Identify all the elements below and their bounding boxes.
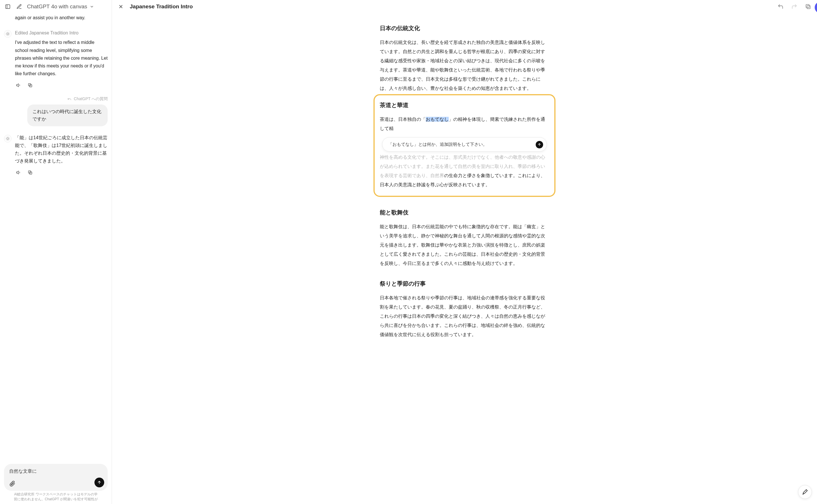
chat-message-list[interactable]: again or assist you in another way. Edit… <box>0 14 112 464</box>
inline-send-button[interactable] <box>536 141 543 148</box>
close-icon <box>118 4 124 9</box>
copy-button[interactable] <box>26 82 34 89</box>
svg-point-2 <box>7 33 9 35</box>
arrow-up-icon <box>537 143 541 147</box>
copy-button[interactable] <box>26 169 34 176</box>
inline-prompt-text[interactable]: 「おもてなし」とは何か、追加説明をして下さい。 <box>388 142 487 147</box>
message-composer[interactable]: 自然な文章に <box>4 464 108 491</box>
canvas-panel: Japanese Tradition Intro 日本の伝統文化 日本の伝統文化… <box>112 0 817 504</box>
model-name-label: ChatGPT 4o with canvas <box>27 3 87 10</box>
p2-pre: 茶道は、日本独自の「 <box>380 117 426 122</box>
copy-stacked-icon <box>805 3 811 10</box>
message-text: 「能」は14世紀ごろに成立した日本の伝統芸能で、「歌舞伎」は17世紀初頭に誕生し… <box>15 134 108 165</box>
document-scroll[interactable]: 日本の伝統文化 日本の伝統文化は、長い歴史を経て形成された独自の美意識と価値体系… <box>112 14 817 504</box>
paperclip-icon <box>9 480 16 487</box>
doc-heading-1: 日本の伝統文化 <box>380 22 549 34</box>
openai-logo-icon <box>5 32 10 36</box>
attach-button[interactable] <box>9 480 16 487</box>
doc-paragraph-2b: 神性を高める文化です。そこには、形式美だけでなく、他者への敬意や感謝の心が込めら… <box>380 153 549 189</box>
doc-paragraph-4: 日本各地で催される祭りや季節の行事は、地域社会の連帯感を強化する重要な役割を果た… <box>380 293 549 339</box>
svg-marker-3 <box>17 84 19 87</box>
suggestion-prompt-label: ChatGPT への質問 <box>4 96 108 102</box>
arrow-up-icon <box>97 480 102 485</box>
user-message: これはいつの時代に誕生した文化ですか <box>4 104 108 126</box>
chat-sidebar: ChatGPT 4o with canvas again or assist y… <box>0 0 112 504</box>
close-canvas-button[interactable] <box>117 3 125 10</box>
message-actions <box>15 169 108 176</box>
message-text: again or assist you in another way. <box>15 14 108 22</box>
doc-heading-4: 祭りと季節の行事 <box>380 278 549 289</box>
assistant-avatar <box>4 135 11 142</box>
copy-document-button[interactable] <box>804 3 812 10</box>
svg-rect-0 <box>6 5 10 8</box>
composer-input[interactable]: 自然な文章に <box>9 468 102 474</box>
disclaimer-text: AI総合研究所 ワークスペースのチャットはモデルの学習に使われません。ChatG… <box>4 491 108 502</box>
message-text: I've adjusted the text to reflect a midd… <box>15 38 108 77</box>
edited-document-label: Edited Japanese Tradition Intro <box>15 29 108 37</box>
canvas-toolbar <box>777 3 812 10</box>
selection-annotation-box: 茶道と華道 茶道は、日本独自の「おもてなし」の精神を体現し、簡素で洗練された所作… <box>373 94 555 197</box>
speaker-icon <box>16 170 21 175</box>
doc-paragraph-3: 能と歌舞伎は、日本の伝統芸能の中でも特に象徴的な存在です。能は「幽玄」という美学… <box>380 222 549 268</box>
copy-icon <box>28 170 33 175</box>
chevron-down-icon <box>90 4 94 9</box>
svg-rect-14 <box>806 5 809 8</box>
edit-icon <box>16 4 22 9</box>
doc-heading-3: 能と歌舞伎 <box>380 207 549 218</box>
svg-rect-13 <box>807 5 810 9</box>
message-actions <box>15 82 108 89</box>
canvas-header: Japanese Tradition Intro <box>112 0 817 14</box>
undo-button[interactable] <box>777 3 784 10</box>
copy-icon <box>28 83 33 88</box>
read-aloud-button[interactable] <box>15 82 22 89</box>
svg-marker-7 <box>17 171 19 174</box>
model-selector[interactable]: ChatGPT 4o with canvas <box>27 3 94 10</box>
redo-icon <box>791 3 797 10</box>
assistant-message-truncated: again or assist you in another way. <box>4 14 108 22</box>
doc-paragraph-2: 茶道は、日本独自の「おもてなし」の精神を体現し、簡素で洗練された所作を通して精 <box>380 115 549 133</box>
inline-edit-prompt[interactable]: 「おもてなし」とは何か、追加説明をして下さい。 <box>382 137 547 152</box>
user-bubble: これはいつの時代に誕生した文化ですか <box>27 104 108 126</box>
canvas-edit-fab[interactable] <box>798 485 812 499</box>
doc-heading-2: 茶道と華道 <box>380 99 549 111</box>
assistant-avatar <box>4 30 11 38</box>
toggle-sidebar-button[interactable] <box>4 3 11 10</box>
reply-arrow-icon <box>67 97 71 101</box>
sidebar-header: ChatGPT 4o with canvas <box>0 0 112 14</box>
suggestion-text: ChatGPT への質問 <box>74 96 108 102</box>
svg-point-6 <box>7 137 9 139</box>
speaker-icon <box>16 83 21 88</box>
assistant-message: Edited Japanese Tradition Intro I've adj… <box>4 29 108 89</box>
canvas-title: Japanese Tradition Intro <box>130 3 193 10</box>
sidebar-icon <box>5 4 11 9</box>
assistant-message: 「能」は14世紀ごろに成立した日本の伝統芸能で、「歌舞伎」は17世紀初頭に誕生し… <box>4 134 108 177</box>
read-aloud-button[interactable] <box>15 169 22 176</box>
redo-button[interactable] <box>791 3 798 10</box>
openai-logo-icon <box>5 136 10 141</box>
doc-paragraph-1: 日本の伝統文化は、長い歴史を経て形成された独自の美意識と価値体系を反映しています… <box>380 38 549 93</box>
pen-icon <box>802 489 808 495</box>
new-chat-button[interactable] <box>16 3 23 10</box>
document-body[interactable]: 日本の伝統文化 日本の伝統文化は、長い歴史を経て形成された独自の美意識と価値体系… <box>380 22 549 339</box>
undo-icon <box>777 3 784 10</box>
profile-avatar[interactable] <box>815 2 817 13</box>
selected-text[interactable]: おもてなし <box>426 117 449 122</box>
send-button[interactable] <box>94 478 104 487</box>
composer-area: 自然な文章に AI総合研究所 ワークスペースのチャットはモデルの学習に使われませ… <box>0 464 112 504</box>
